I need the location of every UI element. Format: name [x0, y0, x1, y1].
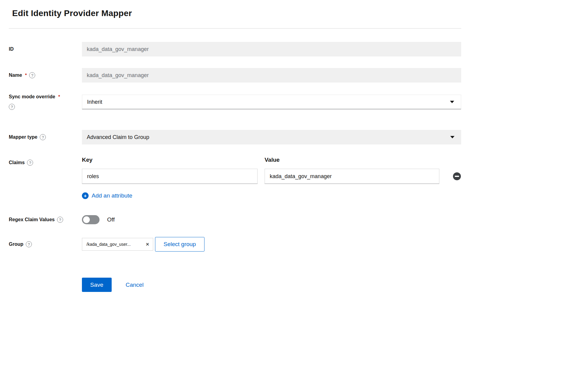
regex-claim-values-label: Regex Claim Values ? — [9, 217, 82, 223]
regex-claim-values-toggle[interactable] — [82, 215, 100, 224]
form-row-sync-mode: Sync mode override * ? Inherit — [9, 94, 458, 110]
sync-mode-select[interactable]: Inherit — [82, 95, 461, 109]
id-input — [82, 42, 461, 56]
claims-label-text: Claims — [9, 160, 25, 165]
group-label: Group ? — [9, 241, 82, 247]
claims-value-header: Value — [265, 157, 439, 163]
remove-claim-button minus-circle-icon[interactable] — [453, 172, 461, 180]
group-label-text: Group — [9, 242, 23, 247]
sync-mode-label-text: Sync mode override — [9, 94, 55, 100]
help-icon[interactable]: ? — [40, 134, 46, 140]
required-asterisk: * — [58, 94, 60, 99]
id-label: ID — [9, 46, 82, 52]
claims-row — [82, 169, 461, 184]
form-row-mapper-type: Mapper type ? Advanced Claim to Group — [9, 130, 458, 144]
chevron-down-icon — [450, 136, 455, 138]
toggle-knob — [83, 216, 90, 223]
selected-group-chip: /kada_data_gov_user... ✕ — [82, 238, 153, 251]
claims-key-header: Key — [82, 157, 258, 163]
mapper-type-selected-value: Advanced Claim to Group — [87, 134, 149, 140]
close-icon[interactable]: ✕ — [146, 242, 149, 247]
id-label-text: ID — [9, 46, 14, 52]
form-row-id: ID — [9, 42, 458, 56]
chevron-down-icon — [450, 101, 454, 103]
select-group-button[interactable]: Select group — [155, 237, 204, 252]
mapper-type-select[interactable]: Advanced Claim to Group — [82, 130, 461, 144]
claim-value-input[interactable] — [265, 169, 439, 184]
regex-claim-values-label-text: Regex Claim Values — [9, 217, 55, 222]
page-header: Edit Identity Provider Mapper — [0, 0, 588, 18]
mapper-type-label: Mapper type ? — [9, 134, 82, 140]
help-icon[interactable]: ? — [26, 241, 32, 247]
help-icon[interactable]: ? — [9, 104, 15, 110]
identity-provider-mapper-form: ID Name * ? Sync mode override * ? Inher… — [0, 29, 458, 292]
plus-circle-icon: + — [82, 192, 89, 199]
form-row-name: Name * ? — [9, 68, 458, 83]
name-input — [82, 68, 461, 83]
save-button[interactable]: Save — [82, 278, 112, 292]
claims-label: Claims ? — [9, 156, 82, 166]
claims-headers: Key Value — [82, 157, 461, 163]
regex-claim-values-state: Off — [107, 216, 115, 223]
add-attribute-link[interactable]: + Add an attribute — [82, 192, 132, 199]
name-label: Name * ? — [9, 72, 82, 78]
form-actions: Save Cancel — [82, 278, 458, 292]
sync-mode-selected-value: Inherit — [87, 99, 102, 105]
help-icon[interactable]: ? — [57, 217, 63, 223]
required-asterisk: * — [25, 72, 27, 77]
add-attribute-label: Add an attribute — [92, 192, 132, 199]
page-title: Edit Identity Provider Mapper — [12, 8, 588, 18]
claim-key-input[interactable] — [82, 169, 258, 184]
form-row-regex-claim-values: Regex Claim Values ? Off — [9, 215, 458, 224]
selected-group-value: /kada_data_gov_user... — [86, 242, 131, 247]
sync-mode-label: Sync mode override * ? — [9, 94, 82, 110]
form-row-claims: Claims ? Key Value + Add an attribute — [9, 156, 458, 199]
name-label-text: Name — [9, 73, 22, 78]
form-row-group: Group ? /kada_data_gov_user... ✕ Select … — [9, 237, 458, 252]
cancel-link[interactable]: Cancel — [126, 282, 144, 288]
mapper-type-label-text: Mapper type — [9, 134, 37, 140]
help-icon[interactable]: ? — [27, 160, 33, 166]
help-icon[interactable]: ? — [29, 72, 35, 78]
